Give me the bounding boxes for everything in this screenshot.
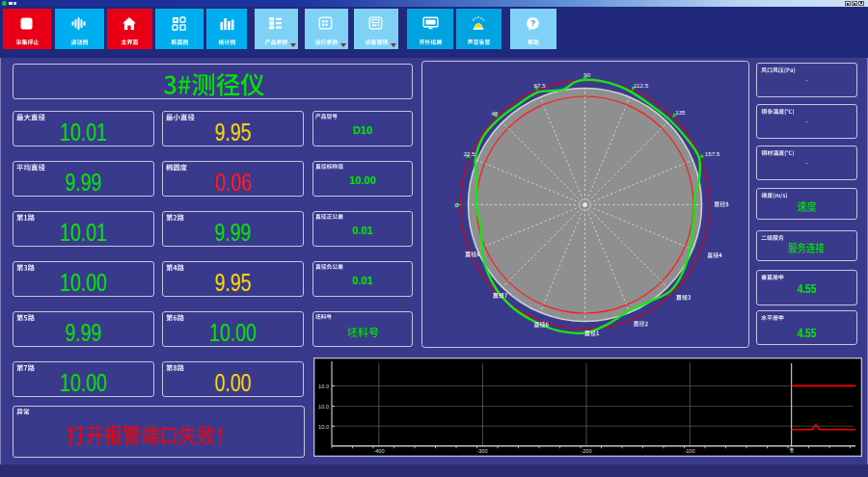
- svg-text:-200: -200: [581, 448, 591, 454]
- svg-text:90: 90: [583, 71, 590, 78]
- svg-text:0: 0: [455, 201, 459, 208]
- svg-text:10.0: 10.0: [318, 404, 329, 410]
- svg-text:-100: -100: [684, 448, 694, 454]
- svg-text:45: 45: [491, 110, 498, 117]
- svg-text:?: ?: [530, 18, 535, 28]
- svg-text:112.5: 112.5: [634, 82, 649, 89]
- svg-text:67.5: 67.5: [534, 82, 547, 89]
- svg-text:157.5: 157.5: [705, 150, 720, 157]
- svg-text:135: 135: [675, 109, 686, 116]
- svg-text:10.0: 10.0: [318, 424, 329, 430]
- svg-text:-300: -300: [476, 448, 487, 454]
- svg-text:-400: -400: [373, 448, 384, 454]
- svg-text:10.0: 10.0: [318, 384, 329, 389]
- svg-text:22.5: 22.5: [464, 150, 476, 157]
